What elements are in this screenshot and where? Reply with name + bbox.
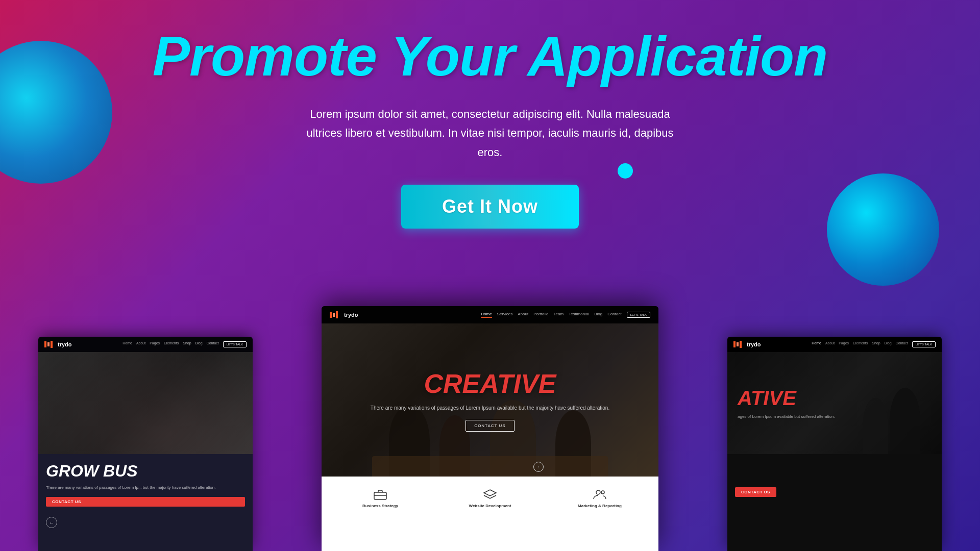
service-marketing-label: Marketing & Reporting bbox=[578, 504, 622, 508]
hero-section: Promote Your Application Lorem ipsum dol… bbox=[0, 0, 980, 229]
center-hero-image: CREATIVE There are many variations of pa… bbox=[322, 323, 658, 477]
logo-bar-2 bbox=[47, 342, 50, 346]
left-nav-blog[interactable]: Blog bbox=[195, 341, 203, 347]
left-heading: GROW BUS bbox=[46, 462, 245, 481]
left-hero-image bbox=[38, 352, 253, 454]
left-nav-contact[interactable]: Contact bbox=[207, 341, 219, 347]
center-nav-cta[interactable]: LET'S TALK bbox=[627, 312, 650, 318]
right-heading: ATIVE bbox=[738, 387, 932, 410]
logo-bar-1 bbox=[44, 341, 46, 347]
left-nav-home[interactable]: Home bbox=[122, 341, 132, 347]
svg-point-3 bbox=[601, 491, 604, 494]
center-nav-contact[interactable]: Contact bbox=[607, 312, 622, 318]
left-nav-cta[interactable]: LET'S TALK bbox=[223, 341, 247, 347]
left-logo-text: trydo bbox=[58, 341, 72, 347]
right-nav-pages[interactable]: Pages bbox=[839, 341, 849, 347]
left-nav-about[interactable]: About bbox=[136, 341, 145, 347]
briefcase-icon bbox=[373, 488, 388, 500]
hero-subtitle: Lorem ipsum dolor sit amet, consectetur … bbox=[299, 105, 681, 162]
scroll-indicator-icon: ↑ bbox=[533, 462, 544, 472]
center-contact-button[interactable]: CONTACT US bbox=[465, 420, 514, 432]
center-nav-bar: trydo Home Services About Portfolio Team… bbox=[322, 306, 658, 323]
right-nav-blog[interactable]: Blog bbox=[885, 341, 892, 347]
left-nav-elements[interactable]: Elements bbox=[164, 341, 179, 347]
right-nav-elements[interactable]: Elements bbox=[853, 341, 868, 347]
services-bar: ↑ Business Strategy bbox=[322, 477, 658, 551]
service-item-marketing: Marketing & Reporting bbox=[546, 484, 653, 512]
left-nav-links: Home About Pages Elements Shop Blog Cont… bbox=[122, 341, 247, 347]
center-nav-links: Home Services About Portfolio Team Testi… bbox=[481, 312, 650, 318]
left-nav-pages[interactable]: Pages bbox=[150, 341, 160, 347]
right-content-area: CONTACT US bbox=[727, 454, 942, 551]
right-logo-icon bbox=[733, 341, 742, 348]
svg-rect-0 bbox=[374, 492, 386, 499]
center-logo-bar-2 bbox=[333, 313, 335, 317]
left-nav-shop[interactable]: Shop bbox=[183, 341, 191, 347]
center-nav-home[interactable]: Home bbox=[481, 312, 492, 318]
logo-bar-3 bbox=[51, 341, 53, 348]
service-development-label: Website Development bbox=[469, 504, 511, 508]
center-body-text: There are many variations of passages of… bbox=[371, 404, 609, 412]
left-contact-button[interactable]: CONTACT US bbox=[46, 497, 245, 507]
right-logo-bar-1 bbox=[733, 341, 736, 347]
center-nav-team[interactable]: Team bbox=[554, 312, 564, 318]
right-logo-text: trydo bbox=[747, 341, 761, 347]
cta-button[interactable]: Get It Now bbox=[401, 185, 579, 229]
right-nav-contact[interactable]: Contact bbox=[896, 341, 908, 347]
users-icon bbox=[592, 488, 607, 500]
left-body-text: There are many variations of passages of… bbox=[46, 485, 245, 491]
right-nav-about[interactable]: About bbox=[825, 341, 835, 347]
left-arrow-icon[interactable]: ← bbox=[46, 517, 57, 528]
screenshot-right: trydo Home About Pages Elements Shop Blo… bbox=[727, 337, 942, 551]
service-item-strategy: Business Strategy bbox=[327, 484, 434, 512]
center-nav-portfolio[interactable]: Portfolio bbox=[533, 312, 548, 318]
right-nav-links: Home About Pages Elements Shop Blog Cont… bbox=[812, 341, 936, 347]
left-logo-icon bbox=[44, 341, 53, 348]
right-nav-home[interactable]: Home bbox=[812, 341, 821, 347]
center-nav-testimonial[interactable]: Testimonial bbox=[569, 312, 589, 318]
left-nav-bar: trydo Home About Pages Elements Shop Blo… bbox=[38, 337, 253, 352]
center-heading: CREATIVE bbox=[424, 368, 556, 399]
right-nav-shop[interactable]: Shop bbox=[872, 341, 880, 347]
screenshot-center: trydo Home Services About Portfolio Team… bbox=[322, 306, 658, 551]
svg-point-2 bbox=[596, 490, 600, 494]
screenshots-container: trydo Home About Pages Elements Shop Blo… bbox=[0, 296, 980, 551]
right-logo-bar-3 bbox=[740, 341, 742, 348]
center-logo-icon bbox=[330, 311, 338, 318]
screenshot-left: trydo Home About Pages Elements Shop Blo… bbox=[38, 337, 253, 551]
people-background bbox=[322, 323, 658, 477]
center-nav-blog[interactable]: Blog bbox=[594, 312, 602, 318]
center-logo-bar-1 bbox=[330, 312, 332, 318]
center-logo-text: trydo bbox=[344, 312, 358, 318]
center-nav-services[interactable]: Services bbox=[497, 312, 513, 318]
layers-icon bbox=[482, 488, 498, 500]
right-body-text: ages of Lorem Ipsum available but suffer… bbox=[738, 414, 932, 420]
right-logo-bar-2 bbox=[737, 342, 739, 346]
right-nav-cta[interactable]: LET'S TALK bbox=[912, 341, 936, 347]
service-item-development: Website Development bbox=[436, 484, 544, 512]
right-hero-image: ATIVE ages of Lorem Ipsum available but … bbox=[727, 352, 942, 454]
center-logo-bar-3 bbox=[336, 311, 338, 318]
right-contact-button[interactable]: CONTACT US bbox=[735, 487, 776, 497]
right-nav-bar: trydo Home About Pages Elements Shop Blo… bbox=[727, 337, 942, 352]
service-strategy-label: Business Strategy bbox=[362, 504, 398, 508]
page-title: Promote Your Application bbox=[0, 28, 980, 84]
left-content-area: GROW BUS There are many variations of pa… bbox=[38, 454, 253, 551]
center-nav-about[interactable]: About bbox=[518, 312, 528, 318]
